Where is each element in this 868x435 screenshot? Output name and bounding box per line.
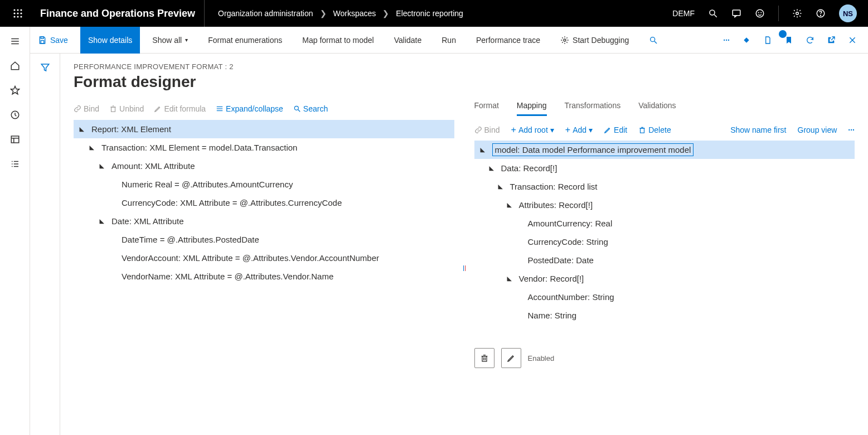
tree-item-label: AccountNumber: String bbox=[528, 292, 614, 302]
svg-point-35 bbox=[651, 37, 655, 41]
tab-transformations[interactable]: Transformations bbox=[565, 101, 621, 116]
add-button[interactable]: +Add▾ bbox=[565, 125, 593, 135]
tree-row[interactable]: ◢Vendor: Record[!] bbox=[474, 269, 855, 288]
svg-point-4 bbox=[17, 12, 18, 14]
breadcrumb-org-admin[interactable]: Organization administration bbox=[218, 9, 313, 18]
expand-collapse-action[interactable]: Expand/collapse bbox=[216, 104, 283, 113]
tree-row[interactable]: ◢Transaction: XML Element = model.Data.T… bbox=[74, 138, 454, 157]
app-title: Finance and Operations Preview bbox=[31, 0, 205, 27]
tree-row[interactable]: ◢model: Data model Performance improveme… bbox=[474, 141, 855, 159]
left-pane-toolbar: Bind Unbind Edit formula bbox=[74, 101, 454, 120]
show-all-button[interactable]: Show all ▾ bbox=[144, 27, 196, 54]
map-format-to-model-button[interactable]: Map format to model bbox=[294, 27, 381, 54]
tree-row[interactable]: Name: String bbox=[474, 306, 855, 325]
collapse-icon[interactable]: ◢ bbox=[497, 183, 505, 190]
svg-rect-48 bbox=[641, 128, 644, 133]
tree-row[interactable]: ◢Report: XML Element bbox=[74, 120, 454, 138]
collapse-icon[interactable]: ◢ bbox=[479, 146, 487, 153]
add-root-button[interactable]: +Add root▾ bbox=[511, 125, 554, 135]
company-label[interactable]: DEMF bbox=[672, 9, 695, 18]
collapse-icon[interactable]: ◢ bbox=[98, 162, 106, 170]
tree-row[interactable]: VendorName: XML Attribute = @.Attributes… bbox=[74, 267, 454, 286]
svg-rect-11 bbox=[733, 10, 740, 16]
tree-row[interactable]: ◢Attributes: Record[!] bbox=[474, 196, 855, 214]
breadcrumb-workspaces[interactable]: Workspaces bbox=[333, 9, 376, 18]
delete-button[interactable]: Delete bbox=[638, 125, 671, 134]
close-icon[interactable] bbox=[848, 36, 857, 45]
delete-icon-button[interactable] bbox=[474, 348, 494, 368]
home-icon[interactable] bbox=[9, 60, 21, 71]
edit-formula-action: Edit formula bbox=[154, 104, 206, 113]
app-launcher-icon[interactable] bbox=[4, 0, 31, 27]
star-icon[interactable] bbox=[9, 85, 21, 96]
filter-column bbox=[30, 54, 60, 435]
collapse-icon[interactable]: ◢ bbox=[506, 275, 513, 282]
tree-item-label: Vendor: Record[!] bbox=[519, 274, 584, 283]
document-icon[interactable] bbox=[763, 36, 772, 45]
bottom-bar: Enabled bbox=[474, 341, 855, 375]
tree-row[interactable]: Numeric Real = @.Attributes.AmountCurren… bbox=[74, 175, 454, 194]
collapse-icon[interactable]: ◢ bbox=[88, 144, 96, 151]
show-details-button[interactable]: Show details bbox=[80, 27, 140, 54]
search-action[interactable]: Search bbox=[293, 104, 328, 113]
refresh-icon[interactable] bbox=[806, 36, 814, 45]
validate-button[interactable]: Validate bbox=[386, 27, 430, 54]
hamburger-icon[interactable] bbox=[9, 36, 21, 47]
format-enumerations-button[interactable]: Format enumerations bbox=[200, 27, 290, 54]
tree-row[interactable]: VendorAccount: XML Attribute = @.Attribu… bbox=[74, 249, 454, 267]
workspace-icon[interactable] bbox=[9, 134, 21, 145]
chat-icon[interactable] bbox=[731, 8, 741, 18]
svg-line-47 bbox=[298, 110, 300, 112]
group-view-button[interactable]: Group view bbox=[798, 125, 837, 134]
format-tree: ◢Report: XML Element◢Transaction: XML El… bbox=[74, 120, 454, 286]
filter-icon[interactable] bbox=[40, 62, 50, 435]
svg-marker-21 bbox=[11, 86, 19, 94]
more-icon[interactable]: ··· bbox=[723, 36, 730, 45]
help-icon[interactable] bbox=[816, 8, 826, 18]
open-new-icon[interactable] bbox=[827, 36, 836, 45]
tree-row[interactable]: AmountCurrency: Real bbox=[474, 214, 855, 233]
gear-icon[interactable] bbox=[792, 8, 802, 18]
tree-row[interactable]: CurrencyCode: XML Attribute = @.Attribut… bbox=[74, 194, 454, 212]
show-all-label: Show all bbox=[152, 36, 182, 45]
tab-validations[interactable]: Validations bbox=[638, 101, 676, 116]
start-debugging-button[interactable]: Start Debugging bbox=[552, 27, 637, 54]
tree-row[interactable]: ◢Data: Record[!] bbox=[474, 159, 855, 177]
tab-format[interactable]: Format bbox=[474, 101, 499, 116]
tree-row[interactable]: DateTime = @.Attributes.PostedDate bbox=[74, 230, 454, 249]
tree-item-label: Numeric Real = @.Attributes.AmountCurren… bbox=[122, 180, 293, 189]
edit-icon-button[interactable] bbox=[501, 348, 521, 368]
splitter[interactable] bbox=[463, 101, 465, 435]
tree-item-label: model: Data model Performance improvemen… bbox=[492, 143, 694, 156]
edit-button[interactable]: Edit bbox=[604, 125, 627, 134]
tree-row[interactable]: ◢Amount: XML Attribute bbox=[74, 157, 454, 175]
command-search-icon[interactable] bbox=[641, 27, 666, 54]
diamond-icon[interactable] bbox=[742, 36, 751, 45]
tree-item-label: Transaction: XML Element = model.Data.Tr… bbox=[101, 143, 297, 152]
tree-row[interactable]: ◢Date: XML Attribute bbox=[74, 212, 454, 230]
modules-icon[interactable] bbox=[9, 158, 21, 170]
save-button[interactable]: Save bbox=[30, 27, 76, 54]
svg-rect-51 bbox=[482, 356, 487, 361]
tab-mapping[interactable]: Mapping bbox=[517, 101, 547, 116]
breadcrumb-electronic-reporting[interactable]: Electronic reporting bbox=[396, 9, 463, 18]
tree-row[interactable]: PostedDate: Date bbox=[474, 251, 855, 269]
search-icon[interactable] bbox=[708, 8, 718, 18]
run-button[interactable]: Run bbox=[434, 27, 464, 54]
attachments-icon[interactable]: 0 bbox=[784, 35, 793, 46]
collapse-icon[interactable]: ◢ bbox=[78, 125, 86, 133]
tree-item-label: Date: XML Attribute bbox=[111, 216, 184, 226]
show-name-first-button[interactable]: Show name first bbox=[730, 125, 786, 134]
tree-item-label: CurrencyCode: XML Attribute = @.Attribut… bbox=[122, 198, 342, 207]
collapse-icon[interactable]: ◢ bbox=[506, 201, 513, 209]
tree-row[interactable]: ◢Transaction: Record list bbox=[474, 177, 855, 196]
recent-icon[interactable] bbox=[9, 109, 21, 120]
tree-row[interactable]: CurrencyCode: String bbox=[474, 233, 855, 251]
performance-trace-button[interactable]: Performance trace bbox=[468, 27, 548, 54]
avatar[interactable]: NS bbox=[839, 4, 857, 22]
smile-icon[interactable] bbox=[755, 8, 765, 18]
more-button[interactable]: ··· bbox=[848, 125, 855, 134]
collapse-icon[interactable]: ◢ bbox=[98, 218, 106, 225]
tree-row[interactable]: AccountNumber: String bbox=[474, 288, 855, 306]
collapse-icon[interactable]: ◢ bbox=[488, 165, 496, 172]
